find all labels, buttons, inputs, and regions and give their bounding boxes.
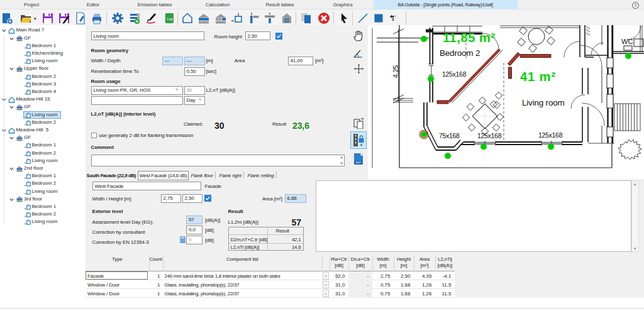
svg-text:75x168: 75x168 [439, 132, 460, 139]
svg-text:BMP: BMP [356, 161, 362, 164]
svg-text:125x168: 125x168 [477, 132, 502, 139]
svg-text:11,85 m²: 11,85 m² [443, 31, 496, 45]
svg-text:WC: WC [621, 38, 633, 45]
svg-text:125x168: 125x168 [538, 131, 563, 139]
svg-text:Log: Log [167, 17, 172, 21]
svg-text:Living room: Living room [522, 98, 565, 107]
svg-text:125x168: 125x168 [442, 70, 467, 78]
svg-text:Bedroom 2: Bedroom 2 [440, 48, 480, 58]
svg-text:4.25: 4.25 [392, 65, 399, 78]
svg-text:41 m²: 41 m² [520, 70, 556, 84]
